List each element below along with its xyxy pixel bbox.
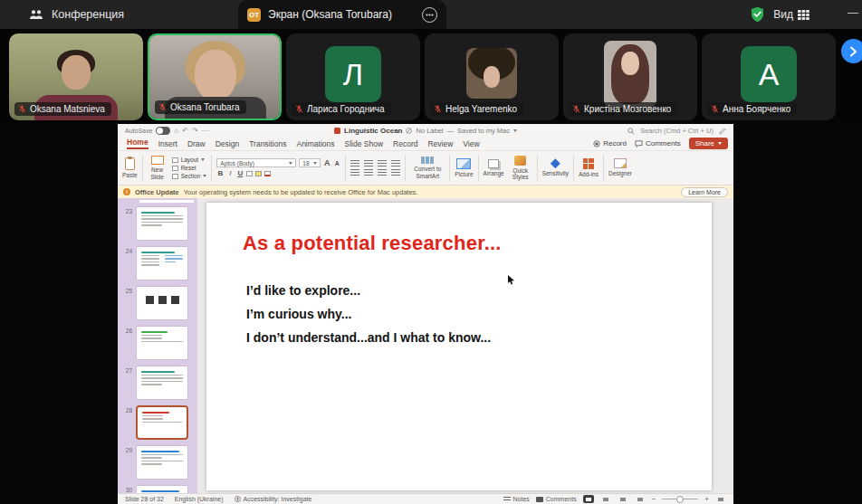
bullet-list-icon[interactable] xyxy=(350,160,359,166)
reset-button[interactable]: Reset xyxy=(172,165,207,171)
align-right-icon[interactable] xyxy=(378,169,387,176)
tab-insert[interactable]: Insert xyxy=(158,139,177,149)
participant-tile-helga-yaremenko[interactable]: Helga Yaremenko xyxy=(425,33,559,120)
tab-view[interactable]: View xyxy=(463,139,479,149)
layout-button[interactable]: Layout xyxy=(172,157,207,163)
comments-button[interactable]: Comments xyxy=(635,139,681,147)
thumbnail-row-25[interactable]: 25 xyxy=(118,286,197,320)
slide-title[interactable]: As a potential researcher... xyxy=(243,232,712,255)
tab-review[interactable]: Review xyxy=(427,139,453,149)
highlight-icon[interactable] xyxy=(255,171,262,176)
thumbnail-row-28-selected[interactable]: 28 xyxy=(118,405,197,440)
new-slide-button[interactable]: New Slide xyxy=(148,156,168,180)
tab-design[interactable]: Design xyxy=(216,139,239,149)
slide-body[interactable]: I’d like to explore... I’m curious why..… xyxy=(246,279,712,349)
normal-view-button[interactable] xyxy=(583,495,594,503)
paste-button[interactable]: Paste xyxy=(122,157,138,178)
font-name-select[interactable]: Aptos (Body) xyxy=(216,158,296,167)
learn-more-button[interactable]: Learn More xyxy=(681,187,728,197)
share-button[interactable]: Share xyxy=(689,138,728,149)
thumbnail-row-27[interactable]: 27 xyxy=(118,366,197,400)
notes-button[interactable]: Notes xyxy=(503,496,530,502)
participant-tile-oksana-matsnieva[interactable]: Oksana Matsnieva xyxy=(9,33,143,120)
tab-home[interactable]: Home xyxy=(127,138,148,149)
thumbnail-row-23[interactable]: 23 xyxy=(118,206,197,241)
slide-thumbnail[interactable] xyxy=(136,326,188,360)
search-input[interactable]: Search (Cmd + Ctrl + U) xyxy=(640,127,714,135)
strikethrough-icon[interactable] xyxy=(246,171,253,176)
thumbnail-row-29[interactable]: 29 xyxy=(118,445,197,480)
autosave-toggle[interactable] xyxy=(156,127,170,135)
italic-button[interactable]: I xyxy=(226,169,234,177)
accessibility-status[interactable]: Accessibility: Investigate xyxy=(235,496,312,502)
slide-thumbnail[interactable] xyxy=(136,366,188,400)
convert-to-smartart-button[interactable]: Convert to SmartArt xyxy=(410,157,445,179)
add-ins-button[interactable]: Add-ins xyxy=(579,158,599,177)
redo-icon[interactable]: ↷ xyxy=(192,128,198,135)
tab-options-button[interactable] xyxy=(422,7,437,23)
slide-thumbnail-panel[interactable]: 23 24 25 xyxy=(118,198,197,493)
zoom-slider[interactable] xyxy=(662,499,698,499)
font-size-select[interactable]: 18 xyxy=(299,158,321,167)
columns-icon[interactable] xyxy=(391,169,400,176)
tab-slide-show[interactable]: Slide Show xyxy=(345,139,384,149)
bold-button[interactable]: B xyxy=(216,169,224,177)
section-button[interactable]: Section xyxy=(172,173,207,179)
slide-thumbnail-selected[interactable] xyxy=(136,405,188,440)
record-label: Record xyxy=(603,139,627,147)
reading-view-button[interactable] xyxy=(618,495,628,503)
underline-button[interactable]: U xyxy=(236,169,244,177)
thumbnail-row-24[interactable]: 24 xyxy=(118,246,197,281)
line-spacing-icon[interactable] xyxy=(391,160,400,166)
tab-transitions[interactable]: Transitions xyxy=(249,139,286,149)
slide-thumbnail[interactable] xyxy=(136,445,188,480)
document-title-group[interactable]: Linguistic Ocean No Label — Saved to my … xyxy=(334,127,517,135)
participant-tile-krystina-mozghovenko[interactable]: Кристіна Мозговенко xyxy=(563,33,697,120)
participant-tile-larysa-horodnycha[interactable]: Л Лариса Городнича xyxy=(286,33,420,120)
sensitivity-button[interactable]: Sensitivity xyxy=(542,158,569,176)
thumbnail-row-30[interactable]: 30 xyxy=(118,485,197,493)
decrease-font-icon[interactable]: A xyxy=(333,160,340,166)
more-commands-icon[interactable]: ⋯ xyxy=(202,128,209,135)
tab-record[interactable]: Record xyxy=(393,139,417,149)
slide-thumbnail[interactable] xyxy=(136,286,188,320)
increase-font-icon[interactable]: A xyxy=(323,158,330,167)
slide-number: 23 xyxy=(118,206,136,214)
indent-icon[interactable] xyxy=(378,160,387,166)
tab-animations[interactable]: Animations xyxy=(296,139,334,149)
slideshow-view-button[interactable] xyxy=(635,495,646,503)
next-participants-button[interactable] xyxy=(841,39,862,63)
pencil-icon[interactable] xyxy=(719,128,726,135)
slide-thumbnail[interactable] xyxy=(136,246,188,281)
participant-tile-oksana-torubara[interactable]: Oksana Torubara xyxy=(148,33,282,120)
numbered-list-icon[interactable] xyxy=(364,160,373,166)
fit-slide-button[interactable] xyxy=(715,495,726,503)
comments-panel-button[interactable]: Comments xyxy=(536,496,577,502)
thumbnail-row-26[interactable]: 26 xyxy=(118,326,197,360)
zoom-out-button[interactable]: − xyxy=(652,495,656,503)
mic-muted-icon xyxy=(572,104,580,114)
tab-draw[interactable]: Draw xyxy=(187,139,206,149)
chevron-down-icon xyxy=(513,129,517,132)
zoom-in-button[interactable]: + xyxy=(704,495,709,503)
align-center-icon[interactable] xyxy=(364,169,373,176)
security-shield-icon[interactable] xyxy=(750,6,765,23)
slide-sorter-view-button[interactable] xyxy=(600,495,611,503)
minimize-icon[interactable]: — xyxy=(848,6,858,19)
record-button[interactable]: Record xyxy=(593,139,627,147)
slide-thumbnail[interactable] xyxy=(136,485,188,493)
home-icon[interactable]: ⌂ xyxy=(174,128,178,135)
undo-icon[interactable]: ↶ xyxy=(182,128,188,135)
view-button[interactable]: Вид xyxy=(773,8,809,21)
designer-button[interactable]: Designer xyxy=(608,158,632,176)
quick-styles-button[interactable]: Quick Styles xyxy=(509,156,532,181)
arrange-button[interactable]: Arrange xyxy=(484,159,504,176)
align-left-icon[interactable] xyxy=(350,169,359,176)
language-status[interactable]: English (Ukraine) xyxy=(175,496,224,502)
shared-screen-tab[interactable]: OT Экран (Oksana Torubara) xyxy=(238,0,446,29)
slide-thumbnail[interactable] xyxy=(136,206,188,241)
current-slide[interactable]: As a potential researcher... I’d like to… xyxy=(206,203,712,490)
picture-button[interactable]: Picture xyxy=(455,158,473,177)
font-color-icon[interactable] xyxy=(264,171,271,176)
participant-tile-anna-boiarchenko[interactable]: А Анна Боярченко xyxy=(702,33,836,120)
